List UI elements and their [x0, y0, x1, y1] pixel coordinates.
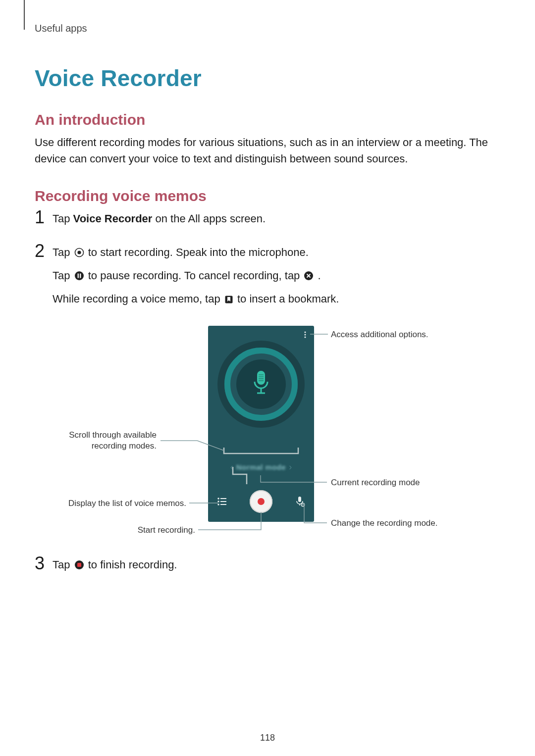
chevron-right-icon: ›: [289, 462, 292, 472]
step-2: 2 Tap to start recording. Speak into the…: [35, 244, 500, 314]
memo-list-icon: [217, 497, 227, 506]
bottom-controls: [208, 490, 314, 513]
step-2-line3-pre: While recording a voice memo, tap: [53, 293, 223, 305]
svg-point-1: [77, 251, 81, 254]
chevron-left-icon: ‹: [230, 462, 233, 472]
section-intro-heading: An introduction: [35, 111, 500, 128]
svg-rect-24: [220, 504, 226, 505]
step-3: 3 Tap to finish recording.: [35, 556, 500, 580]
svg-rect-22: [220, 501, 226, 502]
step-2-line1-pre: Tap: [53, 246, 73, 258]
callout-scroll-modes-text: Scroll through available recording modes…: [57, 430, 157, 452]
section-memos-heading: Recording voice memos: [35, 188, 500, 204]
svg-point-11: [304, 337, 306, 338]
step-1-text-pre: Tap: [53, 212, 73, 225]
svg-point-2: [75, 271, 84, 280]
cancel-icon: [304, 269, 314, 286]
svg-rect-3: [77, 274, 78, 278]
record-start-icon: [74, 246, 84, 262]
record-dot-icon: [258, 498, 265, 505]
svg-rect-34: [77, 563, 81, 567]
header-rule: [24, 0, 25, 30]
callout-options: Access additional options.: [331, 330, 428, 340]
record-button: [250, 490, 272, 513]
step-1: 1 Tap Voice Recorder on the All apps scr…: [35, 210, 500, 232]
current-mode-label: Normal mode: [236, 463, 286, 471]
step-2-line1-post: to start recording. Speak into the micro…: [88, 246, 309, 258]
step-number: 3: [35, 554, 53, 572]
microphone-icon: [250, 369, 272, 400]
voice-recorder-diagram: ‹ Normal mode ›: [35, 326, 500, 544]
step-3-text-post: to finish recording.: [88, 558, 177, 571]
page-title: Voice Recorder: [35, 65, 500, 92]
step-1-text-bold: Voice Recorder: [73, 212, 153, 225]
callout-current-mode: Current recording mode: [331, 478, 420, 488]
callout-memo-list: Display the list of voice memos.: [68, 499, 186, 508]
steps-list: 1 Tap Voice Recorder on the All apps scr…: [35, 210, 500, 580]
svg-rect-12: [257, 371, 265, 385]
step-number: 1: [35, 208, 53, 226]
svg-point-10: [304, 334, 306, 336]
svg-point-9: [304, 332, 306, 333]
step-3-text-pre: Tap: [53, 558, 73, 571]
phone-mock: ‹ Normal mode ›: [208, 326, 314, 522]
breadcrumb: Useful apps: [35, 23, 500, 34]
svg-point-19: [217, 498, 219, 500]
svg-rect-4: [80, 274, 81, 278]
step-2-line3-post: to insert a bookmark.: [237, 293, 339, 305]
stop-icon: [74, 558, 84, 575]
svg-point-23: [217, 504, 219, 506]
step-2-line2-mid: to pause recording. To cancel recording,…: [88, 269, 303, 282]
page-number: 118: [0, 733, 535, 743]
step-number: 2: [35, 242, 53, 260]
mode-selector: ‹ Normal mode ›: [208, 458, 314, 475]
svg-rect-20: [220, 498, 226, 499]
svg-rect-25: [298, 497, 301, 502]
section-intro-body: Use different recording modes for variou…: [35, 134, 500, 167]
svg-point-28: [302, 504, 303, 505]
callout-change-mode: Change the recording mode.: [331, 518, 437, 528]
svg-point-21: [217, 501, 219, 503]
callout-start-recording: Start recording.: [138, 525, 195, 535]
step-2-line2-post: .: [318, 269, 321, 282]
manual-page: Useful apps Voice Recorder An introducti…: [0, 0, 535, 756]
bookmark-icon: [224, 292, 233, 309]
mic-settings-icon: [295, 496, 305, 507]
more-options-icon: [301, 331, 309, 339]
step-1-text-post: on the All apps screen.: [152, 212, 266, 225]
callout-scroll-modes: Scroll through available recording modes…: [57, 430, 157, 452]
pause-icon: [74, 269, 84, 286]
step-2-line2-pre: Tap: [53, 269, 73, 282]
